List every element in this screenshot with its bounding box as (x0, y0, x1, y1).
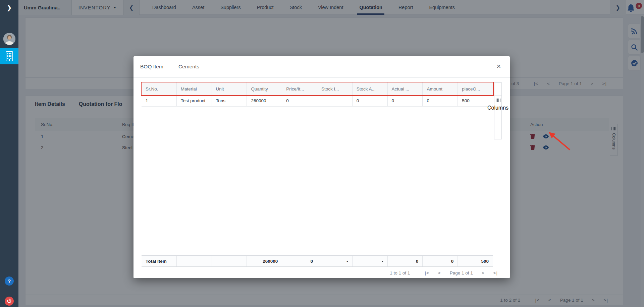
modal-pagination: 1 to 1 of 1 |< < Page 1 of 1 > >| (133, 267, 498, 278)
sidebar-item-inventory[interactable] (0, 48, 18, 64)
grid-side-strip (494, 82, 502, 96)
total-price-per-item: 0 (282, 256, 317, 266)
grid-row: 1 Test product Tons 260000 0 0 0 0 500 (142, 95, 493, 107)
first-page-button[interactable]: |< (425, 270, 429, 275)
modal-header: BOQ Item Cements ✕ (133, 56, 510, 78)
cell-actual: 0 (388, 95, 423, 106)
modal-tab-divider (170, 62, 170, 72)
col-header-amount[interactable]: Amount (423, 82, 458, 95)
total-amount: 0 (423, 256, 458, 266)
col-header-material[interactable]: Material (177, 82, 212, 95)
prev-page-button[interactable]: < (438, 270, 441, 275)
total-stock-available: - (353, 256, 388, 266)
grip-icon (496, 99, 500, 102)
user-avatar[interactable] (3, 33, 15, 45)
next-page-button[interactable]: > (482, 270, 485, 275)
col-header-unit[interactable]: Unit (212, 82, 247, 95)
col-header-stock-available[interactable]: Stock A... (353, 82, 388, 95)
modal-tab-cements[interactable]: Cements (178, 64, 199, 70)
total-quantity: 260000 (247, 256, 282, 266)
total-unit (212, 256, 247, 266)
grid-total-row: Total Item 260000 0 - - 0 0 500 (142, 255, 493, 267)
cell-stock-available: 0 (353, 95, 388, 106)
question-mark-icon: ? (8, 278, 11, 284)
columns-panel-label: Columns (487, 105, 508, 111)
col-header-quantity[interactable]: Quantity (247, 82, 282, 95)
modal-close-button[interactable]: ✕ (496, 63, 501, 70)
col-header-stock-in[interactable]: Stock I... (317, 82, 353, 95)
col-header-place-order[interactable]: placeO... (458, 82, 493, 95)
total-label: Total Item (142, 256, 177, 266)
cell-quantity: 260000 (247, 95, 282, 106)
building-icon (5, 51, 13, 61)
total-actual: 0 (388, 256, 423, 266)
row-range-label: 1 to 1 of 1 (390, 270, 410, 275)
help-button[interactable]: ? (5, 277, 14, 286)
cell-material: Test product (177, 95, 212, 106)
boq-grid: Sr.No. Material Unit Quantity Price/It..… (142, 82, 493, 107)
total-stock-in: - (317, 256, 353, 266)
power-icon (7, 299, 12, 304)
cell-srno: 1 (142, 95, 177, 106)
total-material (177, 256, 212, 266)
sidebar-toggle-button[interactable]: ❯ (0, 0, 18, 15)
last-page-button[interactable]: >| (493, 270, 498, 275)
cell-price-per-item: 0 (282, 95, 317, 106)
left-sidebar: ? (0, 15, 18, 307)
close-icon: ✕ (496, 63, 501, 70)
avatar-image (3, 33, 15, 45)
boq-item-modal: BOQ Item Cements ✕ Sr.No. Material Unit … (133, 56, 510, 278)
cell-unit: Tons (212, 95, 247, 106)
grid-total-row-wrap: Total Item 260000 0 - - 0 0 500 (142, 255, 493, 267)
chevron-right-icon: ❯ (7, 4, 12, 11)
col-header-srno[interactable]: Sr.No. (142, 82, 177, 95)
cell-stock-in (317, 95, 353, 106)
grid-header-row: Sr.No. Material Unit Quantity Price/It..… (142, 82, 493, 95)
total-place-order: 500 (458, 256, 493, 266)
page-label: Page 1 of 1 (450, 270, 473, 275)
col-header-price-per-item[interactable]: Price/It... (282, 82, 317, 95)
logout-power-button[interactable] (5, 297, 14, 306)
modal-tab-boq-item[interactable]: BOQ Item (140, 64, 163, 70)
columns-panel-tab[interactable]: Columns (494, 96, 502, 139)
col-header-actual[interactable]: Actual ... (388, 82, 423, 95)
cell-amount: 0 (423, 95, 458, 106)
